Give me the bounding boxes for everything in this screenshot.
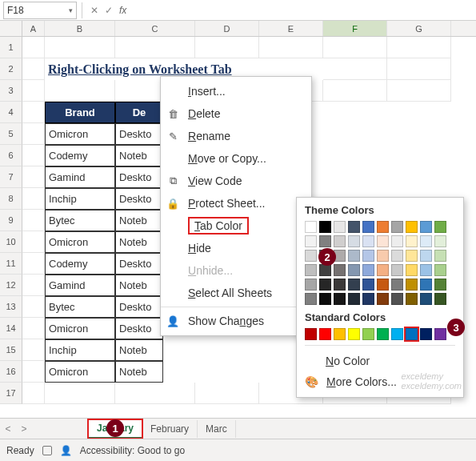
color-swatch[interactable] <box>319 293 331 305</box>
menu-insert[interactable]: Insert... <box>161 80 311 102</box>
color-swatch[interactable] <box>305 221 317 233</box>
more-colors-item[interactable]: 🎨More Colors... <box>305 371 455 392</box>
tab-nav-next[interactable]: > <box>16 423 32 435</box>
row-header[interactable]: 1 <box>0 37 22 58</box>
row-header[interactable]: 7 <box>0 166 22 188</box>
color-swatch[interactable] <box>391 250 403 262</box>
table-cell[interactable]: Codemy <box>45 253 115 275</box>
color-swatch[interactable] <box>434 328 446 340</box>
color-swatch[interactable] <box>391 264 403 276</box>
color-swatch[interactable] <box>348 250 360 262</box>
table-cell[interactable]: Bytec <box>45 296 115 318</box>
color-swatch[interactable] <box>377 221 389 233</box>
row-header[interactable]: 17 <box>0 383 22 404</box>
table-cell[interactable]: Codemy <box>45 145 115 166</box>
row-header[interactable]: 10 <box>0 231 22 253</box>
row-header[interactable]: 3 <box>0 80 22 102</box>
color-swatch[interactable] <box>319 328 331 340</box>
color-swatch[interactable] <box>305 293 317 305</box>
table-cell[interactable]: Gamind <box>45 275 115 296</box>
table-cell[interactable]: Noteb <box>115 145 163 166</box>
row-header[interactable]: 15 <box>0 339 22 361</box>
row-header[interactable]: 14 <box>0 318 22 339</box>
chevron-down-icon[interactable]: ▾ <box>69 6 73 14</box>
color-swatch[interactable] <box>391 221 403 233</box>
color-swatch[interactable] <box>420 328 432 340</box>
color-swatch[interactable] <box>391 279 403 291</box>
color-swatch[interactable] <box>362 328 374 340</box>
menu-show-changes[interactable]: 👤Show Changes <box>161 310 311 332</box>
color-swatch[interactable] <box>362 293 374 305</box>
color-swatch[interactable] <box>348 328 360 340</box>
color-swatch[interactable] <box>362 264 374 276</box>
tab-nav-prev[interactable]: < <box>0 423 16 435</box>
col-header-E[interactable]: E <box>259 21 323 36</box>
color-swatch[interactable] <box>305 235 317 247</box>
table-cell[interactable]: Omicron <box>45 361 115 383</box>
menu-view-code[interactable]: ⧉View Code <box>161 170 311 192</box>
color-swatch[interactable] <box>334 221 346 233</box>
color-swatch[interactable] <box>362 221 374 233</box>
color-swatch[interactable] <box>434 221 446 233</box>
color-swatch[interactable] <box>348 264 360 276</box>
color-swatch[interactable] <box>377 235 389 247</box>
no-color-item[interactable]: No Color <box>305 351 455 371</box>
row-header[interactable]: 16 <box>0 361 22 383</box>
col-header-C[interactable]: C <box>115 21 195 36</box>
menu-move-copy[interactable]: Move or Copy... <box>161 147 311 170</box>
row-header[interactable]: 13 <box>0 296 22 318</box>
color-swatch[interactable] <box>305 264 317 276</box>
color-swatch[interactable] <box>406 293 418 305</box>
color-swatch[interactable] <box>362 235 374 247</box>
color-swatch[interactable] <box>434 264 446 276</box>
color-swatch[interactable] <box>406 221 418 233</box>
color-swatch[interactable] <box>420 250 432 262</box>
table-cell[interactable]: Bytec <box>45 210 115 231</box>
color-swatch[interactable] <box>319 279 331 291</box>
row-header[interactable]: 9 <box>0 210 22 231</box>
table-cell[interactable]: Deskto <box>115 123 163 145</box>
accessibility-icon[interactable]: 👤 <box>60 445 72 456</box>
color-swatch[interactable] <box>319 235 331 247</box>
col-header-A[interactable]: A <box>22 21 45 36</box>
color-swatch[interactable] <box>362 250 374 262</box>
col-header-D[interactable]: D <box>195 21 259 36</box>
color-swatch[interactable] <box>377 250 389 262</box>
table-cell[interactable]: Noteb <box>115 210 163 231</box>
color-swatch[interactable] <box>305 279 317 291</box>
col-header-G[interactable]: G <box>387 21 451 36</box>
color-swatch[interactable] <box>406 264 418 276</box>
color-swatch[interactable] <box>348 279 360 291</box>
menu-select-all-sheets[interactable]: Select All Sheets <box>161 282 311 304</box>
table-cell[interactable]: Noteb <box>115 339 163 361</box>
table-cell[interactable]: Deskto <box>115 188 163 210</box>
color-swatch[interactable] <box>391 235 403 247</box>
menu-rename[interactable]: ✎Rename <box>161 125 311 147</box>
table-cell[interactable]: Omicron <box>45 123 115 145</box>
table-cell[interactable]: Deskto <box>115 166 163 188</box>
color-swatch[interactable] <box>420 279 432 291</box>
color-swatch[interactable] <box>362 279 374 291</box>
color-swatch[interactable] <box>348 293 360 305</box>
row-header[interactable]: 4 <box>0 102 22 123</box>
color-swatch[interactable] <box>420 221 432 233</box>
color-swatch[interactable] <box>334 264 346 276</box>
color-swatch[interactable] <box>434 235 446 247</box>
color-swatch[interactable] <box>319 221 331 233</box>
macro-record-icon[interactable] <box>42 446 52 455</box>
color-swatch[interactable] <box>406 328 418 340</box>
color-swatch[interactable] <box>434 279 446 291</box>
fx-label[interactable]: fx <box>119 5 126 16</box>
color-swatch[interactable] <box>348 235 360 247</box>
color-swatch[interactable] <box>334 293 346 305</box>
table-cell[interactable]: Deskto <box>115 318 163 339</box>
row-header[interactable]: 12 <box>0 275 22 296</box>
color-swatch[interactable] <box>305 250 317 262</box>
formula-input[interactable] <box>131 2 471 19</box>
color-swatch[interactable] <box>334 235 346 247</box>
color-swatch[interactable] <box>420 235 432 247</box>
table-cell[interactable]: Noteb <box>115 231 163 253</box>
menu-delete[interactable]: 🗑Delete <box>161 102 311 125</box>
table-cell[interactable]: Noteb <box>115 361 163 383</box>
color-swatch[interactable] <box>348 221 360 233</box>
